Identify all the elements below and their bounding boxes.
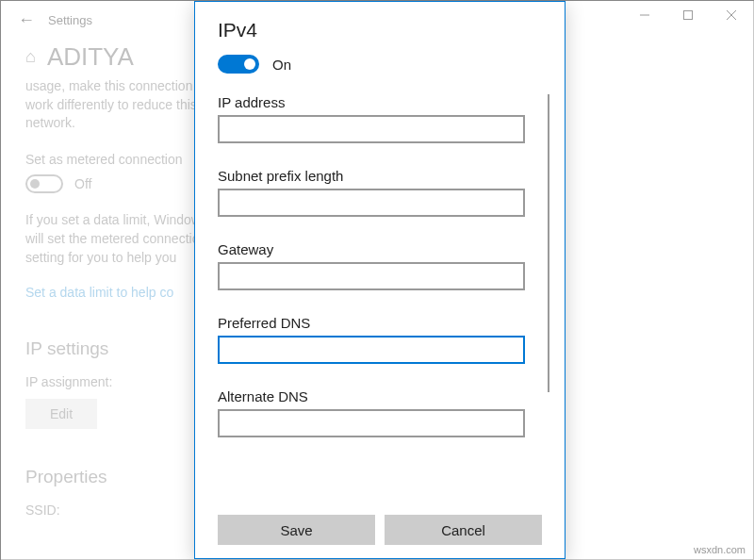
set-data-limit-link[interactable]: Set a data limit to help co xyxy=(25,285,173,300)
close-button[interactable] xyxy=(710,1,753,29)
gateway-label: Gateway xyxy=(218,241,542,257)
subnet-label: Subnet prefix length xyxy=(218,168,542,184)
subnet-input[interactable] xyxy=(218,189,525,217)
minimize-button[interactable] xyxy=(623,1,666,29)
page-title: ADITYA xyxy=(47,42,134,72)
gateway-input[interactable] xyxy=(218,262,525,290)
data-limit-text: If you set a data limit, Windows will se… xyxy=(25,210,214,268)
edit-button[interactable]: Edit xyxy=(25,399,97,429)
alternate-dns-input[interactable] xyxy=(218,409,525,437)
ipv4-toggle[interactable] xyxy=(218,55,259,74)
ipv4-toggle-state: On xyxy=(272,57,291,73)
scrollbar[interactable] xyxy=(548,94,549,392)
body-text: usage, make this connection work differe… xyxy=(25,77,214,133)
alternate-dns-label: Alternate DNS xyxy=(218,388,542,404)
metered-toggle[interactable] xyxy=(25,174,63,193)
preferred-dns-input[interactable] xyxy=(218,336,525,364)
ipv4-edit-dialog: IPv4 On IP address Subnet prefix length … xyxy=(194,1,566,559)
watermark: wsxdn.com xyxy=(694,544,746,555)
settings-header: ← Settings xyxy=(1,7,92,33)
cancel-button[interactable]: Cancel xyxy=(385,515,542,545)
back-arrow-icon[interactable]: ← xyxy=(18,10,48,30)
metered-state: Off xyxy=(74,176,91,191)
dialog-title: IPv4 xyxy=(218,19,542,41)
svg-rect-1 xyxy=(684,11,693,20)
ip-address-input[interactable] xyxy=(218,115,525,143)
ip-address-label: IP address xyxy=(218,94,542,110)
app-label: Settings xyxy=(48,13,92,27)
maximize-button[interactable] xyxy=(666,1,710,29)
save-button[interactable]: Save xyxy=(218,515,375,545)
preferred-dns-label: Preferred DNS xyxy=(218,315,542,331)
home-icon[interactable]: ⌂ xyxy=(25,47,36,67)
